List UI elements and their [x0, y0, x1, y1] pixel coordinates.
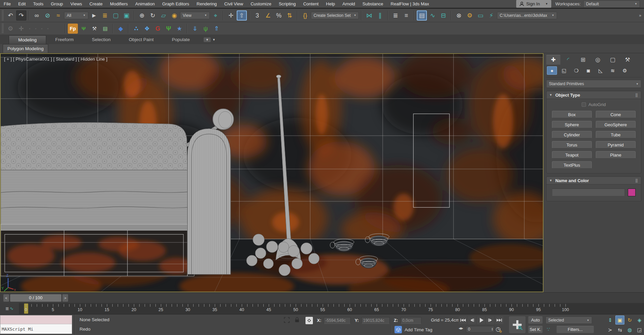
viewport-label[interactable]: [ + ] [ PhysCamera001 ] [ Standard ] [ H…	[4, 57, 108, 62]
primitive-button[interactable]: Cylinder	[552, 131, 592, 138]
polygon-modeling-panel-tab[interactable]: Polygon Modeling	[3, 44, 48, 53]
primitive-button[interactable]: Pyramid	[596, 141, 636, 148]
grass-icon[interactable]: Ψ	[164, 24, 174, 34]
previous-frame-button[interactable]: <	[3, 294, 9, 302]
y-coordinate-field[interactable]: 19015,824c	[361, 317, 390, 324]
key-filters-icon[interactable]: ∵	[547, 327, 550, 332]
pan-view-icon[interactable]: ⇆	[615, 325, 624, 334]
toggle-layer-explorer-icon[interactable]: ≡	[401, 10, 411, 21]
open-mini-curve-editor-button[interactable]: ≣∿	[0, 303, 19, 314]
align-icon[interactable]: ∥	[375, 10, 385, 21]
autogrid-checkbox[interactable]	[582, 102, 586, 107]
menu-item[interactable]: Scripting	[275, 0, 300, 8]
menu-item[interactable]: Arnold	[339, 0, 359, 8]
auto-key-button[interactable]: Auto	[528, 316, 543, 324]
reference-coordinate-dropdown[interactable]: View▼	[180, 12, 210, 19]
next-frame-button[interactable]: >	[62, 294, 68, 302]
menu-item[interactable]: File	[0, 0, 14, 8]
hierarchy-tab-icon[interactable]: ⊞	[576, 55, 590, 65]
menu-item[interactable]: Graph Editors	[158, 0, 193, 8]
menu-item[interactable]: Animation	[131, 0, 158, 8]
ribbon-tab[interactable]: Selection	[83, 35, 120, 44]
toolbar-grip[interactable]	[2, 10, 4, 21]
maxscript-mini-listener[interactable]: MAXScript Mi	[0, 315, 72, 334]
menu-item[interactable]: RealFlow | 3ds Max	[387, 0, 433, 8]
go-to-start-button[interactable]	[459, 316, 467, 324]
primitive-button[interactable]: Teapot	[552, 151, 592, 159]
object-type-rollout-header[interactable]: ▼ Object Type ⣿	[547, 91, 641, 99]
current-frame-field[interactable]: 0 ▲▼	[466, 326, 494, 333]
z-coordinate-field[interactable]: 0,0cm	[401, 317, 421, 324]
menu-item[interactable]: Help	[322, 0, 339, 8]
dope-sheet-icon[interactable]: ⊟	[438, 10, 448, 21]
angle-snap-icon[interactable]: ∠	[263, 10, 273, 21]
primitive-button[interactable]: TextPlus	[552, 161, 592, 169]
time-tag-cube-icon[interactable]	[394, 326, 402, 333]
add-time-tag[interactable]: Add Time Tag	[405, 327, 432, 332]
forest-tools-icon[interactable]: ⚒	[89, 24, 99, 34]
undo-icon[interactable]: ↶	[5, 10, 16, 21]
play-animation-button[interactable]	[477, 316, 485, 324]
realflow-emitter-icon[interactable]: ❖	[142, 24, 152, 34]
use-pivot-point-center-icon[interactable]: ⌖	[210, 10, 221, 21]
primitive-button[interactable]: Sphere	[552, 121, 592, 128]
track-ruler[interactable]: 0510152025303540455055606570758085909510…	[19, 303, 644, 314]
next-frame-playback-button[interactable]	[486, 316, 494, 324]
select-and-place-icon[interactable]: ◉	[169, 10, 179, 21]
selection-filter-dropdown[interactable]: All▼	[64, 12, 88, 19]
curve-editor-icon[interactable]: ∿	[428, 10, 438, 21]
project-folder-dropdown[interactable]: C:\Users\as...ents\3dsMax▼	[497, 12, 557, 19]
create-tab-icon[interactable]: ✚	[546, 55, 560, 65]
menu-item[interactable]: Civil View	[221, 0, 247, 8]
disabled-flyout-dot-icon[interactable]: ●	[27, 24, 32, 34]
menu-item[interactable]: Substance	[359, 0, 387, 8]
disabled-flyout-dot-icon[interactable]: ●	[39, 24, 45, 34]
slate-material-editor-icon[interactable]: ⊗	[454, 10, 464, 21]
ribbon-tab[interactable]: Object Paint	[120, 35, 163, 44]
realflow-spray-icon[interactable]: ∴	[131, 24, 141, 34]
select-and-scale-icon[interactable]: ▱	[158, 10, 169, 21]
select-by-name-icon[interactable]: ≣	[100, 10, 110, 21]
export-ground-icon[interactable]: ⇑	[211, 24, 222, 34]
zoom-extents-all-icon[interactable]: ▣	[615, 315, 624, 325]
field-of-view-icon[interactable]: ≻	[606, 325, 615, 334]
time-configuration-icon[interactable]: ◷⚙	[496, 326, 501, 333]
rectangular-selection-region-icon[interactable]: ▢	[111, 10, 121, 21]
key-filters-button[interactable]: Filters...	[556, 326, 594, 333]
isolate-selection-icon[interactable]	[284, 317, 290, 323]
viewport[interactable]: Z Y x [ + ] [ PhysCamera001 ] [ Standard…	[0, 53, 544, 292]
menu-item[interactable]: Tools	[29, 0, 47, 8]
menu-item[interactable]: Modifiers	[106, 0, 131, 8]
named-selection-set-dropdown[interactable]: Create Selection Set▼	[311, 12, 359, 19]
menu-item[interactable]: Rendering	[193, 0, 221, 8]
disabled-flyout-dot-icon[interactable]: ●	[33, 24, 38, 34]
ribbon-display-toggle[interactable]: ▼▼	[204, 35, 215, 44]
keyboard-shortcut-override-icon[interactable]: ⇧	[237, 10, 247, 21]
primitive-button[interactable]: Cone	[596, 111, 636, 118]
spinner-arrows-icon[interactable]: ▲▼	[491, 328, 494, 331]
disabled-snap-tool-icon[interactable]: ⚙	[5, 24, 16, 34]
bind-to-space-warp-icon[interactable]: ≈	[53, 10, 63, 21]
maxscript-macro-recorder-pane[interactable]	[0, 315, 72, 324]
redo-icon[interactable]: ↷	[16, 10, 26, 21]
absolute-offset-mode-toggle[interactable]	[305, 317, 313, 324]
primitive-button[interactable]: GeoSphere	[596, 121, 636, 128]
orbit-viewport-icon[interactable]: ◍	[625, 325, 634, 334]
menu-item[interactable]: Edit	[14, 0, 29, 8]
set-key-mode-button[interactable]: Set K.	[528, 326, 543, 333]
menu-item[interactable]: Create	[86, 0, 106, 8]
render-setup-icon[interactable]: ⚙	[465, 10, 475, 21]
wizard-icon[interactable]: ★	[174, 24, 184, 34]
rendered-frame-window-icon[interactable]: ▭	[475, 10, 486, 21]
mirror-icon[interactable]: ⋈	[364, 10, 374, 21]
sign-in-button[interactable]: Sign In ▼	[516, 0, 551, 8]
object-color-swatch[interactable]	[628, 189, 636, 196]
forest-trees-icon[interactable]: Ψ	[79, 24, 89, 34]
edit-named-selection-sets-icon[interactable]: {}	[300, 10, 310, 21]
toggle-ribbon-icon[interactable]: ▤	[417, 10, 427, 21]
railclone-icon[interactable]: ◆	[116, 24, 126, 34]
shapes-category-icon[interactable]: ◱	[559, 66, 569, 75]
window-crossing-icon[interactable]: ▣	[121, 10, 131, 21]
utilities-tab-icon[interactable]: ⚒	[620, 55, 635, 65]
name-and-color-rollout-header[interactable]: ▼ Name and Color ⣿	[547, 177, 641, 185]
